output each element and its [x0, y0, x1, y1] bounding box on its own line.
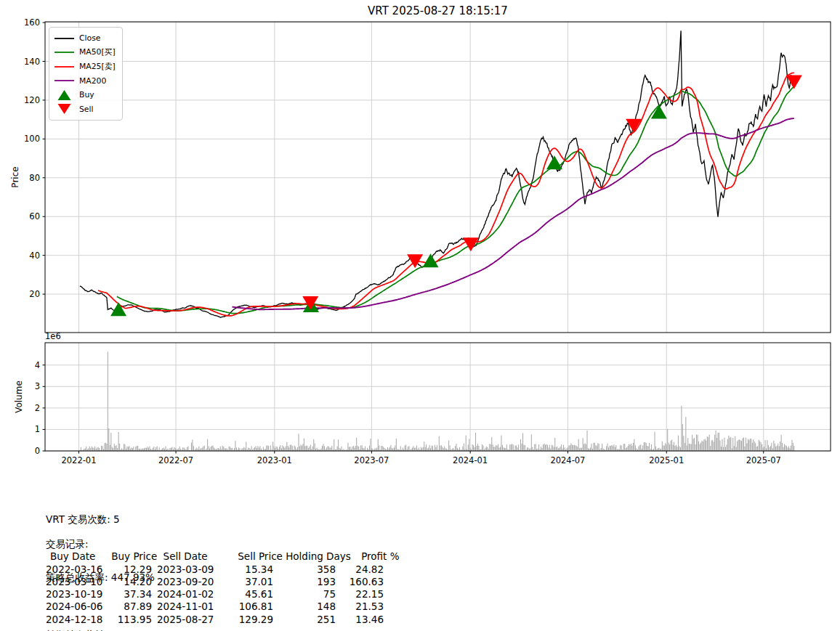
volume-bar — [439, 436, 440, 451]
volume-bar — [678, 436, 679, 451]
volume-bar — [246, 442, 246, 452]
trade-cell: 148 — [273, 601, 336, 613]
volume-bar — [730, 437, 731, 451]
volume-bar — [363, 448, 363, 451]
volume-bar — [99, 448, 100, 451]
ma200-line — [233, 118, 794, 309]
volume-bar — [435, 445, 435, 451]
price-tick-label: 60 — [29, 211, 40, 221]
volume-bar — [302, 446, 302, 451]
trade-cell: 160.63 — [336, 576, 384, 588]
volume-bar — [254, 447, 255, 451]
volume-bar — [227, 449, 227, 452]
volume-bar — [400, 446, 401, 451]
volume-bar — [782, 443, 783, 451]
volume-bar — [624, 444, 625, 451]
volume-bar — [97, 448, 97, 451]
volume-bar — [288, 446, 288, 451]
volume-bar — [338, 439, 339, 451]
volume-bar — [786, 445, 786, 451]
legend-line-swatch — [54, 32, 74, 45]
col-profit-pct: Profit % — [351, 550, 399, 563]
volume-bar — [523, 445, 524, 451]
volume-bar — [786, 446, 787, 451]
volume-bar — [674, 442, 674, 451]
volume-bar — [453, 448, 453, 451]
volume-bar — [664, 446, 665, 451]
volume-bar — [558, 448, 559, 451]
volume-bar — [770, 446, 771, 451]
close-line — [80, 30, 794, 317]
volume-bar — [541, 447, 541, 451]
volume-bar — [698, 441, 699, 451]
volume-bar — [691, 444, 692, 451]
trade-cell: 21.53 — [336, 601, 384, 613]
volume-bar — [94, 447, 95, 451]
volume-bar — [286, 446, 286, 451]
volume-bar — [403, 447, 403, 451]
volume-bar — [718, 433, 719, 451]
volume-bar — [503, 447, 504, 451]
volume-bar — [124, 444, 125, 451]
volume-bar — [714, 442, 714, 451]
volume-bar — [681, 406, 682, 451]
price-tick-label: 160 — [24, 17, 40, 28]
trade-cell: 15.34 — [224, 563, 273, 576]
price-tick-label: 140 — [24, 57, 40, 67]
price-volume-chart: 20406080100120140160012342022-012022-072… — [0, 0, 840, 471]
volume-bar — [133, 447, 134, 451]
volume-bar — [312, 447, 313, 451]
volume-bar — [459, 447, 460, 451]
volume-bar — [119, 444, 120, 451]
volume-bar — [765, 440, 766, 451]
volume-bar — [288, 447, 289, 451]
volume-bar — [405, 446, 405, 451]
volume-bar — [560, 447, 561, 451]
volume-bar — [322, 446, 323, 451]
volume-bar — [137, 446, 137, 451]
volume-bar — [501, 436, 501, 451]
volume-bar — [450, 445, 451, 451]
chart-title: VRT 2025-08-27 18:15:17 — [368, 4, 508, 17]
volume-bar — [791, 446, 791, 451]
volume-bar — [495, 447, 496, 451]
volume-bar — [146, 448, 147, 451]
trade-cell: 2024-01-02 — [152, 588, 224, 601]
volume-bar — [147, 447, 148, 451]
volume-bar — [115, 446, 116, 451]
volume-bar — [148, 448, 149, 452]
trade-cell: 2024-11-01 — [152, 601, 224, 613]
volume-bar — [412, 448, 413, 452]
volume-bar — [567, 448, 568, 451]
volume-bar — [350, 447, 350, 451]
volume-bar — [470, 448, 471, 451]
volume-bar — [157, 447, 158, 451]
volume-bar — [396, 439, 397, 451]
volume-bar — [249, 448, 250, 451]
volume-bar — [781, 435, 782, 451]
volume-bar — [392, 449, 393, 451]
volume-bar — [415, 447, 416, 451]
date-tick-label: 2025-01 — [649, 455, 684, 465]
volume-bar — [104, 443, 105, 451]
volume-bar — [694, 438, 695, 451]
volume-bar — [414, 448, 415, 451]
volume-bar — [548, 448, 549, 452]
trade-cell: 2024-12-18 — [46, 614, 108, 626]
volume-bar — [549, 445, 550, 452]
volume-bar — [188, 447, 189, 451]
volume-bar — [207, 439, 208, 451]
volume-bar — [231, 448, 232, 451]
volume-bar — [710, 446, 711, 451]
volume-bar — [342, 447, 342, 451]
volume-bar — [687, 438, 688, 451]
volume-bar — [405, 445, 406, 452]
volume-bar — [534, 444, 535, 451]
volume-bar — [751, 439, 751, 451]
volume-bar — [281, 449, 282, 452]
volume-bar — [394, 447, 395, 451]
volume-bar — [572, 444, 573, 451]
volume-bar — [626, 448, 626, 451]
volume-bar — [496, 445, 496, 451]
volume-bar — [741, 441, 742, 451]
